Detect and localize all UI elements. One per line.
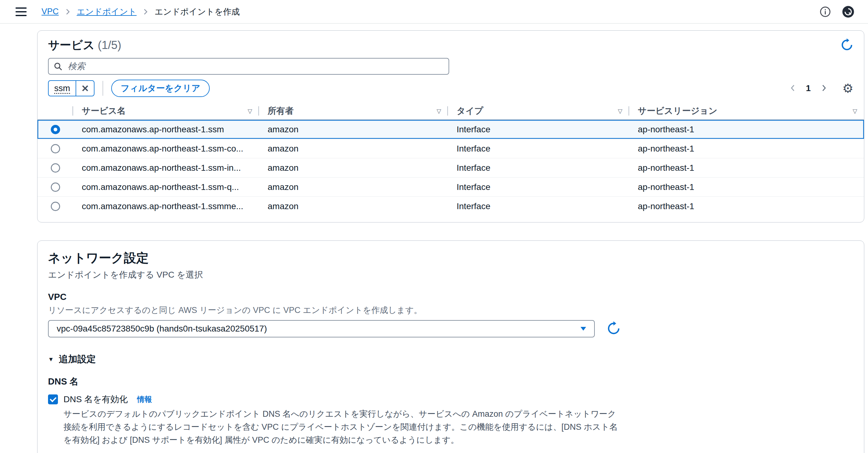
column-header-type[interactable]: タイプ ▽	[448, 105, 629, 117]
filter-token: ssm ✕	[48, 80, 94, 96]
info-link[interactable]: 情報	[137, 394, 152, 404]
cell-service-name: com.amazonaws.ap-northeast-1.ssm-in...	[73, 163, 259, 173]
info-icon[interactable]	[820, 6, 831, 17]
panel-subtitle: エンドポイントを作成する VPC を選択	[48, 269, 854, 281]
column-header-region[interactable]: サービスリージョン ▽	[629, 105, 864, 117]
filter-token-label[interactable]: ssm	[49, 81, 75, 96]
filter-caret-icon[interactable]: ▽	[436, 108, 441, 115]
table-row[interactable]: com.amazonaws.ap-northeast-1.ssmme... am…	[37, 197, 864, 216]
row-radio[interactable]	[51, 163, 60, 173]
pagination: 1 ⚙	[789, 82, 854, 94]
search-input[interactable]	[48, 58, 449, 75]
filter-divider	[102, 81, 103, 96]
dns-description: サービスのデフォルトのパブリックエンドポイント DNS 名へのリクエストを実行し…	[63, 408, 621, 447]
filter-caret-icon[interactable]: ▽	[248, 108, 252, 115]
cell-owner: amazon	[259, 144, 448, 154]
cell-region: ap-northeast-1	[629, 202, 864, 211]
amazon-q-icon[interactable]	[842, 6, 855, 18]
menu-toggle-button[interactable]	[13, 6, 29, 18]
row-radio[interactable]	[51, 144, 60, 153]
preferences-button[interactable]: ⚙	[842, 82, 854, 94]
cell-type: Interface	[448, 144, 629, 154]
cell-region: ap-northeast-1	[629, 144, 864, 154]
chevron-right-icon	[66, 8, 70, 15]
table-header: サービス名 ▽ 所有者 ▽ タイプ ▽ サービスリージョン ▽	[37, 102, 864, 120]
panel-title: ネットワーク設定	[48, 249, 854, 267]
breadcrumb-link-endpoints[interactable]: エンドポイント	[77, 6, 136, 17]
caret-down-icon	[581, 327, 586, 331]
cell-service-name: com.amazonaws.ap-northeast-1.ssm-co...	[73, 144, 259, 154]
cell-owner: amazon	[259, 202, 448, 211]
services-table: サービス名 ▽ 所有者 ▽ タイプ ▽ サービスリージョン ▽ com.amaz…	[37, 102, 864, 216]
selection-count: (1/5)	[98, 39, 121, 52]
refresh-icon	[607, 321, 621, 336]
cell-region: ap-northeast-1	[629, 125, 864, 134]
close-icon: ✕	[81, 83, 89, 94]
cell-service-name: com.amazonaws.ap-northeast-1.ssm	[73, 125, 259, 134]
vpc-select-value: vpc-09a45c85723850c9b (hands0n-tsukasa20…	[57, 324, 267, 334]
cell-owner: amazon	[259, 182, 448, 192]
table-row[interactable]: com.amazonaws.ap-northeast-1.ssm-co... a…	[37, 139, 864, 158]
services-title: サービス	[48, 39, 95, 52]
filter-caret-icon[interactable]: ▽	[852, 108, 857, 115]
column-header-service-name[interactable]: サービス名 ▽	[73, 105, 259, 117]
search-box	[48, 58, 449, 75]
previous-page-button[interactable]	[789, 83, 797, 94]
cell-owner: amazon	[259, 125, 448, 134]
column-header-owner[interactable]: 所有者 ▽	[259, 105, 448, 117]
gear-icon: ⚙	[842, 82, 854, 95]
services-panel: サービス(1/5) ssm	[37, 30, 864, 222]
cell-type: Interface	[448, 202, 629, 211]
chevron-right-icon	[144, 8, 148, 15]
current-page[interactable]: 1	[806, 83, 811, 93]
row-radio[interactable]	[51, 125, 60, 134]
row-radio[interactable]	[51, 182, 60, 192]
row-radio[interactable]	[51, 202, 60, 211]
table-row[interactable]: com.amazonaws.ap-northeast-1.ssm-in... a…	[37, 158, 864, 178]
cell-region: ap-northeast-1	[629, 163, 864, 173]
chevron-left-icon	[790, 84, 796, 93]
top-navigation-bar: VPC エンドポイント エンドポイントを作成	[0, 0, 868, 24]
caret-down-icon: ▼	[48, 356, 54, 363]
cell-type: Interface	[448, 163, 629, 173]
dns-enable-label[interactable]: DNS 名を有効化	[63, 393, 128, 405]
breadcrumb-current: エンドポイントを作成	[155, 6, 240, 17]
remove-filter-button[interactable]: ✕	[76, 81, 94, 96]
cell-service-name: com.amazonaws.ap-northeast-1.ssm-q...	[73, 182, 259, 192]
cell-type: Interface	[448, 125, 629, 134]
table-row[interactable]: com.amazonaws.ap-northeast-1.ssm-q... am…	[37, 178, 864, 197]
vpc-refresh-button[interactable]	[607, 321, 621, 336]
refresh-icon	[840, 38, 854, 52]
hamburger-icon	[16, 7, 27, 9]
breadcrumb: VPC エンドポイント エンドポイントを作成	[41, 6, 240, 17]
dns-name-label: DNS 名	[48, 375, 854, 388]
cell-region: ap-northeast-1	[629, 182, 864, 192]
clear-filters-button[interactable]: フィルターをクリア	[111, 80, 209, 97]
vpc-select[interactable]: vpc-09a45c85723850c9b (hands0n-tsukasa20…	[48, 320, 595, 337]
vpc-label: VPC	[48, 292, 854, 302]
panel-title: サービス(1/5)	[48, 37, 121, 53]
chevron-right-icon	[821, 84, 827, 93]
vpc-description: リソースにアクセスするのと同じ AWS リージョンの VPC に VPC エンド…	[48, 305, 854, 316]
network-settings-panel: ネットワーク設定 エンドポイントを作成する VPC を選択 VPC リソースにア…	[37, 240, 864, 453]
dns-enable-checkbox[interactable]	[48, 394, 58, 404]
filter-caret-icon[interactable]: ▽	[618, 108, 622, 115]
table-row[interactable]: com.amazonaws.ap-northeast-1.ssm amazon …	[37, 120, 864, 139]
breadcrumb-link-vpc[interactable]: VPC	[41, 7, 59, 17]
cell-service-name: com.amazonaws.ap-northeast-1.ssmme...	[73, 202, 259, 211]
additional-settings-expander[interactable]: ▼ 追加設定	[48, 353, 96, 366]
next-page-button[interactable]	[820, 83, 828, 94]
cell-owner: amazon	[259, 163, 448, 173]
cell-type: Interface	[448, 182, 629, 192]
refresh-button[interactable]	[840, 38, 854, 52]
